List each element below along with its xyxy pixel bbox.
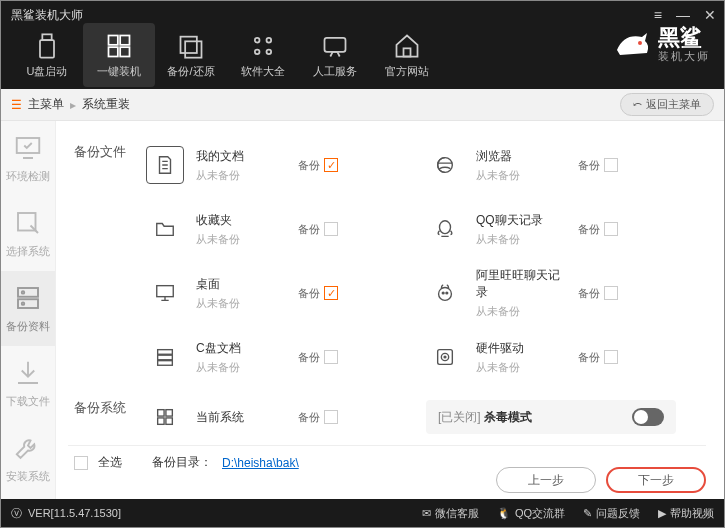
- nav-service[interactable]: 人工服务: [299, 23, 371, 87]
- svg-rect-35: [158, 418, 164, 424]
- backup-checkbox-browser[interactable]: 备份: [578, 158, 618, 173]
- nav-backup[interactable]: 备份/还原: [155, 23, 227, 87]
- svg-point-8: [255, 37, 260, 42]
- backup-dir-link[interactable]: D:\heisha\bak\: [222, 456, 299, 470]
- svg-rect-5: [120, 47, 129, 56]
- backup-checkbox-fav[interactable]: 备份: [298, 222, 338, 237]
- monitor-check-icon: [13, 133, 43, 163]
- item-sub: 从未备份: [196, 296, 286, 311]
- menu-icon[interactable]: ≡: [654, 7, 662, 23]
- backup-checkbox-docs[interactable]: 备份: [298, 158, 338, 173]
- item-sub: 从未备份: [196, 168, 286, 183]
- sb-label: 帮助视频: [670, 506, 714, 521]
- item-title: 收藏夹: [196, 212, 286, 229]
- sidebar-item-env[interactable]: 环境检测: [1, 121, 55, 196]
- chevron-right-icon: ▸: [70, 98, 76, 112]
- svg-rect-29: [158, 361, 173, 366]
- svg-point-9: [267, 37, 272, 42]
- svg-rect-6: [181, 36, 197, 52]
- logo-sub: 装机大师: [658, 49, 710, 64]
- hdd-icon: [426, 338, 464, 376]
- document-icon: [146, 146, 184, 184]
- sidebar-label: 安装系统: [6, 469, 50, 484]
- svg-rect-2: [109, 35, 118, 44]
- usb-icon: [33, 32, 61, 60]
- nav-software[interactable]: 软件大全: [227, 23, 299, 87]
- backup-checkbox-cdrive[interactable]: 备份: [298, 350, 338, 365]
- item-sub: 从未备份: [476, 304, 566, 319]
- sidebar-item-download[interactable]: 下载文件: [1, 346, 55, 421]
- item-title: 桌面: [196, 276, 286, 293]
- svg-point-14: [638, 41, 642, 45]
- kill-prefix: [已关闭]: [438, 410, 481, 424]
- svg-rect-1: [40, 40, 54, 57]
- select-all-checkbox[interactable]: [74, 456, 88, 470]
- nav-label: 软件大全: [241, 64, 285, 79]
- nav-install[interactable]: 一键装机: [83, 23, 155, 87]
- help-video[interactable]: ▶帮助视频: [658, 506, 714, 521]
- windows-grid-icon: [146, 398, 184, 436]
- section-files: 备份文件: [74, 143, 126, 161]
- breadcrumb-root[interactable]: 主菜单: [28, 96, 64, 113]
- feedback[interactable]: ✎问题反馈: [583, 506, 640, 521]
- return-icon: ⤺: [633, 98, 642, 111]
- backup-checkbox-qq[interactable]: 备份: [578, 222, 618, 237]
- svg-point-19: [22, 291, 25, 294]
- backup-checkbox-aliww[interactable]: 备份: [578, 286, 618, 301]
- item-title: 当前系统: [196, 409, 286, 426]
- sidebar-item-select[interactable]: 选择系统: [1, 196, 55, 271]
- sidebar-label: 下载文件: [6, 394, 50, 409]
- svg-point-10: [255, 49, 260, 54]
- svg-point-24: [439, 288, 452, 301]
- backup-checkbox-desktop[interactable]: 备份: [298, 286, 338, 301]
- nav-label: 人工服务: [313, 64, 357, 79]
- sb-label: 微信客服: [435, 506, 479, 521]
- svg-point-25: [442, 292, 444, 294]
- qq-group[interactable]: 🐧QQ交流群: [497, 506, 565, 521]
- minimize-icon[interactable]: —: [676, 7, 690, 23]
- backup-text: 备份: [298, 286, 320, 301]
- backup-text: 备份: [298, 350, 320, 365]
- backup-text: 备份: [578, 222, 600, 237]
- sidebar-label: 选择系统: [6, 244, 50, 259]
- chat-icon: [321, 32, 349, 60]
- svg-rect-27: [158, 350, 173, 355]
- close-icon[interactable]: ✕: [704, 7, 716, 23]
- version-icon: ⓥ: [11, 506, 22, 521]
- item-sub: 从未备份: [476, 168, 566, 183]
- svg-rect-33: [158, 410, 164, 416]
- backup-text: 备份: [578, 158, 600, 173]
- next-button[interactable]: 下一步: [606, 467, 706, 493]
- select-all-label: 全选: [98, 454, 122, 471]
- item-sub: 从未备份: [196, 360, 286, 375]
- nav-label: U盘启动: [27, 64, 68, 79]
- nav-website[interactable]: 官方网站: [371, 23, 443, 87]
- logo: 黑鲨装机大师: [612, 25, 710, 65]
- apps-icon: [249, 32, 277, 60]
- wechat-support[interactable]: ✉微信客服: [422, 506, 479, 521]
- sidebar-item-backup[interactable]: 备份资料: [1, 271, 55, 346]
- antivirus-toggle[interactable]: [632, 408, 664, 426]
- svg-point-32: [444, 356, 446, 358]
- svg-point-22: [440, 221, 451, 234]
- server-icon: [13, 283, 43, 313]
- return-button[interactable]: ⤺ 返回主菜单: [620, 93, 714, 116]
- feedback-icon: ✎: [583, 507, 592, 520]
- backup-checkbox-os[interactable]: 备份: [298, 410, 338, 425]
- backup-text: 备份: [298, 222, 320, 237]
- download-icon: [13, 358, 43, 388]
- kill-label: 杀毒模式: [484, 410, 532, 424]
- svg-point-11: [267, 49, 272, 54]
- sb-label: 问题反馈: [596, 506, 640, 521]
- backup-icon: [177, 32, 205, 60]
- prev-button[interactable]: 上一步: [496, 467, 596, 493]
- video-icon: ▶: [658, 507, 666, 520]
- windows-icon: [105, 32, 133, 60]
- nav-label: 备份/还原: [167, 64, 214, 79]
- svg-point-20: [22, 302, 25, 305]
- item-title: QQ聊天记录: [476, 212, 566, 229]
- nav-usb[interactable]: U盘启动: [11, 23, 83, 87]
- sidebar-item-install[interactable]: 安装系统: [1, 421, 55, 496]
- wangwang-icon: [426, 274, 464, 312]
- backup-checkbox-hw[interactable]: 备份: [578, 350, 618, 365]
